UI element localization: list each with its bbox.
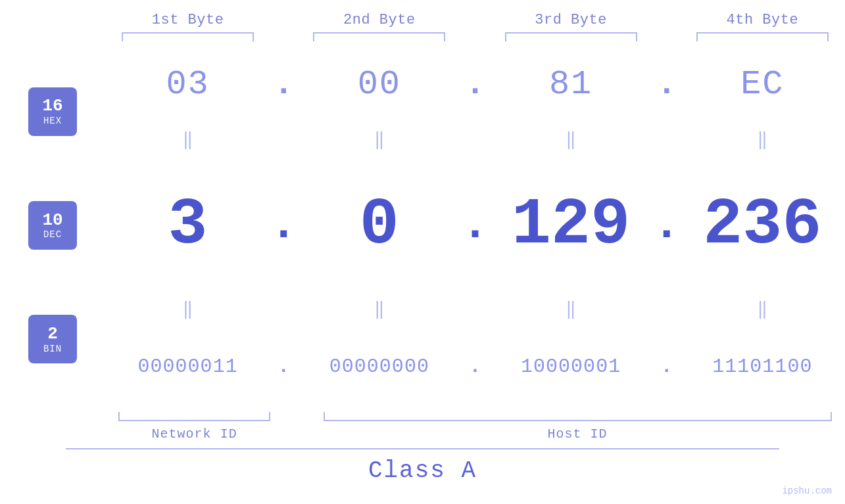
bin-badge: 2 BIN (28, 315, 77, 363)
dot-bin-2: . (462, 355, 489, 378)
b1-bin: 00000011 (105, 355, 270, 378)
bottom-brackets: Network ID Host ID (0, 412, 845, 442)
dot-dec-2: . (462, 202, 489, 248)
bracket-cell-2 (297, 32, 462, 41)
b3-dec: 129 (489, 193, 654, 258)
bracket-top-4 (696, 32, 829, 41)
byte1-header: 1st Byte (105, 12, 270, 28)
dec-badge: 10 DEC (28, 201, 77, 250)
b2-dec: 0 (297, 193, 462, 258)
header-spacer (0, 12, 105, 28)
b4-hex: EC (680, 65, 845, 104)
dot-bin-1: . (270, 355, 297, 378)
content-area: 16 HEX 10 DEC 2 BIN 03 . 00 (0, 41, 845, 409)
hex-badge: 16 HEX (28, 87, 77, 136)
dot-hex-3: . (654, 65, 680, 104)
bin-badge-num: 2 (47, 325, 58, 344)
bracket-cell-1 (105, 32, 270, 41)
dot-hex-2: . (462, 65, 489, 104)
class-line (66, 448, 779, 449)
eq-2-b3: ‖ (489, 305, 654, 315)
eq-2-b4: ‖ (680, 305, 845, 315)
network-id-label: Network ID (152, 426, 237, 442)
b3-bin: 10000001 (489, 355, 654, 378)
dot-hex-1: . (270, 65, 297, 104)
eq-1-b3: ‖ (489, 135, 654, 146)
eq-1-b2: ‖ (297, 135, 462, 146)
b1-dec: 3 (105, 193, 270, 258)
network-bracket (118, 412, 270, 421)
eq-1-b1: ‖ (105, 135, 270, 146)
byte2-header: 2nd Byte (297, 12, 462, 28)
dot-bin-3: . (654, 355, 680, 378)
bracket-top-1 (122, 32, 254, 41)
class-label: Class A (368, 457, 477, 484)
dec-badge-num: 10 (42, 211, 62, 230)
bracket-cell-4 (680, 32, 845, 41)
byte3-header: 3rd Byte (489, 12, 654, 28)
bracket-cell-3 (489, 32, 654, 41)
bracket-top-3 (505, 32, 637, 41)
dec-badge-label: DEC (43, 229, 62, 240)
eq-2-b2: ‖ (297, 305, 462, 315)
b2-hex: 00 (297, 65, 462, 104)
watermark: ipshu.com (782, 486, 832, 496)
host-bracket (324, 412, 832, 421)
bin-badge-label: BIN (43, 344, 62, 354)
eq-row-2: ‖ ‖ ‖ ‖ (105, 297, 845, 323)
eq-row-1: ‖ ‖ ‖ ‖ (105, 127, 845, 154)
b1-hex: 03 (105, 65, 270, 104)
class-area: Class A (0, 448, 845, 504)
bottom-spacer (0, 412, 105, 442)
b3-hex: 81 (489, 65, 654, 104)
hex-badge-label: HEX (43, 116, 62, 126)
main-container: 1st Byte 2nd Byte 3rd Byte 4th Byte 16 (0, 0, 845, 504)
bracket-spacer (0, 32, 105, 41)
bin-row: 00000011 . 00000000 . 10000001 . 1110110… (105, 323, 845, 409)
bracket-top-2 (313, 32, 445, 41)
byte-headers: 1st Byte 2nd Byte 3rd Byte 4th Byte (0, 0, 845, 28)
b2-bin: 00000000 (297, 355, 462, 378)
host-id-label: Host ID (548, 426, 608, 442)
grid-area: 03 . 00 . 81 . EC ‖ (105, 41, 845, 409)
eq-2-b1: ‖ (105, 305, 270, 315)
eq-1-b4: ‖ (680, 135, 845, 146)
b4-bin: 11101100 (680, 355, 845, 378)
host-id-section: Host ID (310, 412, 845, 442)
dec-row: 3 . 0 . 129 . 236 (105, 154, 845, 297)
b4-dec: 236 (680, 193, 845, 258)
top-brackets (0, 32, 845, 41)
hex-badge-num: 16 (42, 97, 62, 116)
badges-column: 16 HEX 10 DEC 2 BIN (0, 41, 105, 409)
network-id-section: Network ID (105, 412, 283, 442)
dot-dec-1: . (270, 202, 297, 248)
byte4-header: 4th Byte (680, 12, 845, 28)
dot-dec-3: . (654, 202, 680, 248)
bracket-dot-spacer-1 (283, 412, 310, 442)
hex-row: 03 . 00 . 81 . EC (105, 41, 845, 127)
